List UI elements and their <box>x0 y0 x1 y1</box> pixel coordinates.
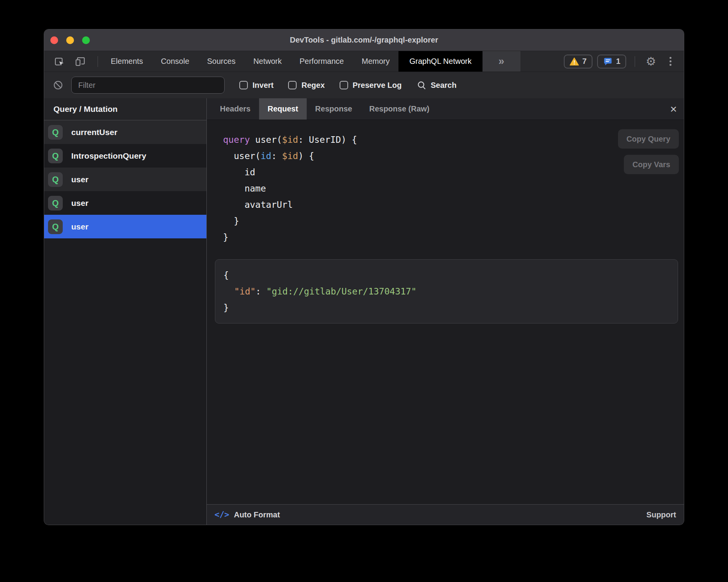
devtools-toolbar: Elements Console Sources Network Perform… <box>44 51 684 72</box>
panel-footer: </> Auto Format Support <box>207 504 684 525</box>
tab-console[interactable]: Console <box>152 51 198 72</box>
warning-icon <box>570 57 579 66</box>
query-name: IntrospectionQuery <box>71 151 146 161</box>
query-name: currentUser <box>71 128 117 137</box>
request-detail-panel: Headers Request Response Response (Raw) … <box>207 98 684 504</box>
checkbox-icon[interactable] <box>288 81 297 89</box>
copy-vars-button[interactable]: Copy Vars <box>624 155 679 174</box>
support-link[interactable]: Support <box>646 510 676 519</box>
invert-label: Invert <box>252 81 273 90</box>
tab-network[interactable]: Network <box>244 51 290 72</box>
query-name: user <box>71 175 88 184</box>
close-icon[interactable]: × <box>670 98 677 120</box>
list-item-introspectionquery[interactable]: Q IntrospectionQuery <box>44 144 206 168</box>
tab-graphql-network[interactable]: GraphQL Network <box>398 51 482 72</box>
query-list-header: Query / Mutation <box>44 98 206 120</box>
issues-count: 1 <box>616 57 620 66</box>
tab-headers[interactable]: Headers <box>211 98 259 120</box>
regex-checkbox[interactable]: Regex <box>288 81 325 90</box>
minimize-window-button[interactable] <box>66 36 74 44</box>
auto-format-button[interactable]: Auto Format <box>234 510 280 519</box>
tab-request[interactable]: Request <box>259 98 307 120</box>
tab-response[interactable]: Response <box>307 98 361 120</box>
preserve-log-checkbox[interactable]: Preserve Log <box>340 81 402 90</box>
clear-icon[interactable] <box>53 80 64 91</box>
badges-divider <box>635 56 635 67</box>
more-options-icon[interactable] <box>663 54 678 69</box>
warnings-badge[interactable]: 7 <box>564 55 592 68</box>
tab-sources[interactable]: Sources <box>198 51 244 72</box>
list-item-user-1[interactable]: Q user <box>44 168 206 191</box>
device-toolbar-icon[interactable] <box>73 54 88 69</box>
close-window-button[interactable] <box>50 36 58 44</box>
devtools-tabs: Elements Console Sources Network Perform… <box>102 51 520 72</box>
filter-input[interactable] <box>71 77 225 94</box>
query-name: user <box>71 222 88 231</box>
list-item-user-2[interactable]: Q user <box>44 191 206 215</box>
query-list-panel: Query / Mutation Q currentUser Q Introsp… <box>44 98 207 525</box>
zoom-window-button[interactable] <box>82 36 90 44</box>
chat-icon <box>603 56 613 66</box>
query-type-badge: Q <box>48 172 63 187</box>
query-variables-box: { "id": "gid://gitlab/User/13704317"} <box>215 259 678 324</box>
regex-label: Regex <box>301 81 325 90</box>
list-item-currentuser[interactable]: Q currentUser <box>44 120 206 144</box>
query-type-badge: Q <box>48 149 63 163</box>
invert-checkbox[interactable]: Invert <box>239 81 273 90</box>
filter-bar: Invert Regex Preserve Log Search <box>44 72 684 98</box>
inspect-element-icon[interactable] <box>52 54 67 69</box>
search-label: Search <box>431 81 457 90</box>
request-body: query user($id: UserID) { user(id: $id) … <box>207 120 684 504</box>
checkbox-icon[interactable] <box>340 81 348 89</box>
preserve-log-label: Preserve Log <box>353 81 402 90</box>
tab-elements[interactable]: Elements <box>102 51 152 72</box>
issues-badge[interactable]: 1 <box>597 55 626 68</box>
more-tabs-button[interactable]: » <box>482 51 520 72</box>
tab-performance[interactable]: Performance <box>291 51 353 72</box>
query-type-badge: Q <box>48 196 63 211</box>
title-bar: DevTools - gitlab.com/-/graphql-explorer <box>44 29 684 51</box>
query-type-badge: Q <box>48 219 63 234</box>
window-title: DevTools - gitlab.com/-/graphql-explorer <box>290 36 438 45</box>
detail-tabs: Headers Request Response Response (Raw) … <box>207 98 684 120</box>
traffic-lights <box>50 29 90 51</box>
toolbar-divider <box>98 56 98 67</box>
graphql-query-code: query user($id: UserID) { user(id: $id) … <box>223 132 678 245</box>
tab-memory[interactable]: Memory <box>353 51 398 72</box>
code-brackets-icon: </> <box>215 510 229 519</box>
tab-response-raw[interactable]: Response (Raw) <box>361 98 438 120</box>
query-type-badge: Q <box>48 125 63 140</box>
query-name: user <box>71 199 88 208</box>
settings-gear-icon[interactable]: ⚙ <box>644 54 658 69</box>
checkbox-icon[interactable] <box>239 81 248 89</box>
list-item-user-3-selected[interactable]: Q user <box>44 215 206 238</box>
search-button[interactable]: Search <box>416 80 457 91</box>
search-icon <box>416 80 427 91</box>
warning-count: 7 <box>582 57 587 66</box>
copy-query-button[interactable]: Copy Query <box>618 129 679 149</box>
devtools-window: DevTools - gitlab.com/-/graphql-explorer… <box>44 29 684 525</box>
